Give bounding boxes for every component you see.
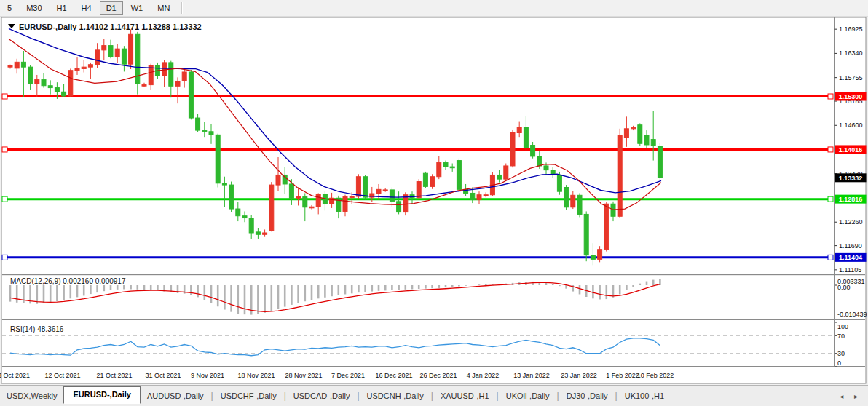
svg-text:RSI(14) 48.3616: RSI(14) 48.3616 [10,325,64,333]
tab-eurusd-daily[interactable]: EURUSD-,Daily [63,386,140,404]
svg-text:3 Oct 2021: 3 Oct 2021 [0,372,30,379]
line-handle-icon [828,94,833,99]
chart-tab-bar: USDX,WeeklyEURUSD-,DailyAUDUSD-,Daily|US… [0,385,868,406]
svg-text:16 Dec 2021: 16 Dec 2021 [375,372,412,379]
svg-text:1.14016: 1.14016 [839,146,863,154]
date-axis: 3 Oct 202112 Oct 202121 Oct 202131 Oct 2… [0,372,674,379]
tab-audusd-daily[interactable]: AUDUSD-,Daily [141,389,210,404]
svg-text:23 Jan 2022: 23 Jan 2022 [561,372,597,379]
svg-text:100: 100 [837,323,848,330]
tab-uk100-h1[interactable]: UK100-,H1 [618,389,671,404]
svg-text:26 Dec 2021: 26 Dec 2021 [419,372,457,379]
tab-ukoil-daily[interactable]: UKOil-,Daily [500,389,556,404]
timeframe-button-m30[interactable]: M30 [20,1,48,15]
svg-text:-0.010439: -0.010439 [837,311,867,318]
chart-title: EURUSD-,Daily 1.14102 1.14171 1.13288 1.… [8,23,202,31]
svg-text:28 Nov 2021: 28 Nov 2021 [285,372,322,379]
line-handle-icon [828,147,833,152]
svg-text:1.16925: 1.16925 [839,25,863,33]
toolbar-divider [181,2,183,14]
line-handle-icon [2,147,7,152]
chart-window[interactable] [1,17,866,383]
svg-text:9 Nov 2021: 9 Nov 2021 [191,372,224,379]
line-handle-icon [828,255,833,260]
svg-text:1.13332: 1.13332 [839,175,863,182]
svg-text:1.12816: 1.12816 [839,196,863,203]
svg-text:1.14600: 1.14600 [839,122,863,129]
tab-usdx-weekly[interactable]: USDX,Weekly [0,389,63,404]
svg-text:1.16340: 1.16340 [839,49,863,57]
svg-text:1 Feb 2022: 1 Feb 2022 [606,372,639,379]
svg-text:1.15755: 1.15755 [839,74,863,81]
svg-text:1.11404: 1.11404 [839,254,862,261]
tab-usdchf-daily[interactable]: USDCHF-,Daily [214,389,283,404]
line-handle-icon [2,255,7,260]
line-handle-icon [828,196,833,202]
svg-text:0.00: 0.00 [837,284,851,291]
svg-text:1.11690: 1.11690 [839,242,862,250]
line-handle-icon [2,94,7,99]
timeframe-button-mn[interactable]: MN [151,1,176,15]
timeframe-button-d1[interactable]: D1 [100,1,123,15]
svg-text:MACD(12,26,9) 0.002160 0.00091: MACD(12,26,9) 0.002160 0.000917 [10,277,126,285]
timeframe-toolbar: 5M30H1H4D1W1MN [0,0,868,17]
svg-text:1.15300: 1.15300 [839,93,863,100]
timeframe-button-w1[interactable]: W1 [125,1,150,15]
svg-text:31 Oct 2021: 31 Oct 2021 [145,372,181,379]
svg-text:21 Oct 2021: 21 Oct 2021 [96,372,132,379]
tab-dj30-daily[interactable]: DJ30-,Daily [560,389,615,404]
svg-text:12 Oct 2021: 12 Oct 2021 [44,372,80,379]
tab-usdcad-daily[interactable]: USDCAD-,Daily [287,389,357,404]
chart-area[interactable]: MACD(12,26,9) 0.002160 0.0009170.0033310… [0,16,868,386]
svg-text:18 Nov 2021: 18 Nov 2021 [237,372,275,379]
tab-xauusd-h1[interactable]: XAUUSD-,H1 [434,389,496,404]
svg-text:1.12260: 1.12260 [839,218,863,226]
svg-text:70: 70 [837,333,845,340]
svg-text:EURUSD-,Daily 1.14102 1.14171: EURUSD-,Daily 1.14102 1.14171 1.13288 1.… [19,23,202,31]
svg-text:30: 30 [837,350,845,357]
svg-text:4 Jan 2022: 4 Jan 2022 [467,372,500,379]
timeframe-button-5[interactable]: 5 [1,1,18,15]
svg-text:13 Jan 2022: 13 Jan 2022 [513,372,550,379]
tab-usdcnh-daily[interactable]: USDCNH-,Daily [360,389,430,404]
timeframe-button-h4[interactable]: H4 [75,1,98,15]
svg-text:0: 0 [837,359,841,367]
line-handle-icon [2,196,7,202]
svg-text:7 Dec 2021: 7 Dec 2021 [331,372,365,379]
svg-text:10 Feb 2022: 10 Feb 2022 [637,372,674,379]
svg-text:1.11105: 1.11105 [839,266,861,274]
tab-scroll-arrows[interactable]: ◂ ▸ [840,392,862,400]
timeframe-button-h1[interactable]: H1 [50,1,74,15]
